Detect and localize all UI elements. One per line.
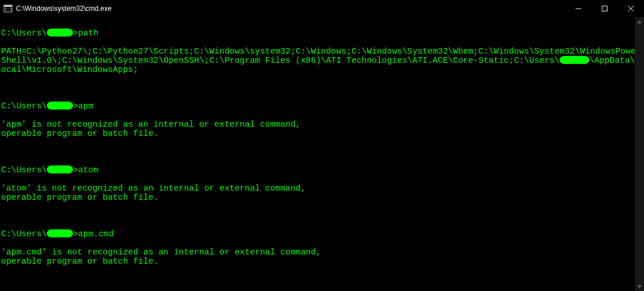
redacted-username: xxxx — [47, 229, 73, 237]
window-controls — [565, 0, 644, 17]
command-text: apm — [78, 102, 94, 111]
svg-rect-1 — [4, 5, 12, 7]
redacted-username: xxxxx — [560, 56, 589, 64]
terminal-output[interactable]: C:\Users\xxxx>path PATH=C:\Python27\;C:\… — [0, 17, 644, 291]
svg-rect-4 — [602, 6, 607, 11]
prompt-path: C:\Users\ — [1, 29, 47, 38]
scroll-up-arrow-icon[interactable] — [635, 17, 644, 26]
path-prefix: PATH= — [1, 47, 27, 56]
error-output: 'apm.cmd' is not recognized as an intern… — [1, 248, 643, 266]
command-text: atom — [78, 165, 99, 175]
prompt-path: C:\Users\ — [1, 165, 47, 175]
vertical-scrollbar[interactable] — [635, 17, 644, 291]
prompt-tail: > — [73, 102, 78, 111]
error-output: 'atom' is not recognized as an internal … — [1, 184, 643, 202]
titlebar-left: C:\ C:\Windows\system32\cmd.exe — [3, 4, 111, 13]
prompt-tail: > — [73, 165, 78, 175]
cmd-icon: C:\ — [3, 4, 13, 13]
window-titlebar: C:\ C:\Windows\system32\cmd.exe — [0, 0, 644, 17]
scroll-down-arrow-icon[interactable] — [635, 282, 644, 291]
prompt-path: C:\Users\ — [1, 229, 47, 239]
svg-text:C:\: C:\ — [5, 7, 13, 12]
maximize-button[interactable] — [592, 0, 618, 17]
redacted-username: xxxx — [47, 102, 73, 110]
error-output: 'apm' is not recognized as an internal o… — [1, 120, 643, 138]
window-title: C:\Windows\system32\cmd.exe — [16, 5, 111, 13]
prompt-tail: > — [73, 29, 78, 38]
close-button[interactable] — [618, 0, 644, 17]
redacted-username: xxxx — [47, 29, 73, 37]
redacted-username: xxxx — [47, 165, 73, 173]
prompt-path: C:\Users\ — [1, 102, 47, 111]
minimize-button[interactable] — [565, 0, 592, 17]
command-text: path — [78, 29, 99, 38]
prompt-tail: > — [73, 229, 78, 239]
path-before: C:\Python27\;C:\Python27\Scripts;C:\Wind… — [1, 47, 641, 65]
command-text: apm.cmd — [78, 229, 114, 239]
